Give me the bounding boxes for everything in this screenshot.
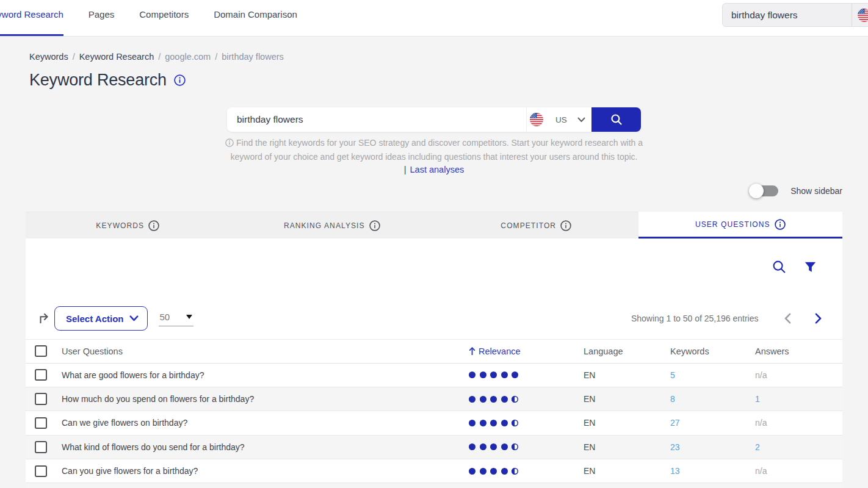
question-text: Can you give flowers for a birthday? <box>62 466 198 476</box>
keywords-count-link[interactable]: 23 <box>670 442 680 452</box>
page-size-select[interactable]: 50 <box>159 308 193 326</box>
page-title: Keyword Research <box>29 71 167 90</box>
relevance-dot-full <box>512 371 518 378</box>
nav-item-pages[interactable]: Pages <box>89 0 115 36</box>
search-button[interactable] <box>591 107 641 132</box>
keywords-count-link[interactable]: 27 <box>670 418 680 428</box>
relevance-dot-full <box>480 420 486 426</box>
table-search-icon[interactable] <box>772 260 786 274</box>
row-checkbox[interactable] <box>35 369 47 381</box>
keyword-input[interactable]: birthday flowers <box>227 107 526 132</box>
table-row: How much do you spend on flowers for a b… <box>26 387 842 411</box>
breadcrumb-item[interactable]: google.com <box>165 52 211 62</box>
breadcrumb-item[interactable]: birthday flowers <box>222 52 284 62</box>
keyword-search-panel: birthday flowers US <box>227 107 641 174</box>
answers-na: n/a <box>755 418 767 428</box>
tab-user-questions[interactable]: User Questions <box>638 212 843 239</box>
column-header-language[interactable]: Language <box>584 339 670 364</box>
title-info-icon[interactable] <box>174 74 186 86</box>
last-analyses-link[interactable]: Last analyses <box>410 165 465 174</box>
keywords-count-link[interactable]: 13 <box>670 466 680 476</box>
table-row: What kind of flowers do you send for a b… <box>26 436 842 459</box>
top-navigation: Keyword ResearchPagesCompetitorsDomain C… <box>0 0 868 37</box>
relevance-dot-full <box>490 396 497 403</box>
header-country-selector[interactable] <box>852 4 868 26</box>
column-header-user-questions[interactable]: User Questions <box>52 339 460 364</box>
answers-na: n/a <box>755 370 767 380</box>
relevance-dot-full <box>469 396 476 403</box>
table-row: What are good flowers for a birthday?EN5… <box>26 364 842 387</box>
showing-entries-text: Showing 1 to 50 of 25,196 entries <box>631 314 759 323</box>
relevance-dot-half <box>512 420 518 426</box>
relevance-dot-full <box>501 468 508 475</box>
relevance-dot-full <box>490 443 497 450</box>
relevance-dots <box>469 371 584 378</box>
column-header-relevance[interactable]: Relevance <box>469 346 584 356</box>
sidebar-toggle-label: Show sidebar <box>790 186 842 196</box>
user-questions-table: User Questions Relevance Language Keywor… <box>26 339 842 484</box>
relevance-dot-full <box>480 371 486 378</box>
sort-ascending-icon <box>469 347 476 356</box>
breadcrumb-separator: / <box>68 52 79 62</box>
answers-count-link[interactable]: 1 <box>755 394 760 404</box>
header-search-input[interactable]: birthday flowers <box>723 4 852 26</box>
relevance-dot-full <box>501 396 508 403</box>
relevance-dot-full <box>469 443 476 450</box>
row-checkbox[interactable] <box>35 417 47 429</box>
relevance-dot-full <box>469 371 476 378</box>
language-cell: EN <box>584 364 670 387</box>
country-dropdown[interactable]: US <box>526 107 591 132</box>
tab-strip: KeywordsRanking AnalysisCompetitorUser Q… <box>26 212 842 239</box>
keywords-count-link[interactable]: 5 <box>670 370 675 380</box>
row-checkbox[interactable] <box>35 393 47 405</box>
breadcrumb-item[interactable]: Keyword Research <box>79 52 154 62</box>
keywords-count-link[interactable]: 8 <box>670 394 675 404</box>
tab-ranking-analysis[interactable]: Ranking Analysis <box>230 212 435 239</box>
relevance-dots <box>469 420 584 426</box>
main-nav: Keyword ResearchPagesCompetitorsDomain C… <box>0 0 322 36</box>
caret-down-icon <box>186 315 192 319</box>
nav-item-keyword-research[interactable]: Keyword Research <box>0 0 63 36</box>
tab-competitor[interactable]: Competitor <box>434 212 638 239</box>
search-info-text: Find the right keywords for your SEO str… <box>220 136 648 164</box>
answers-na: n/a <box>755 466 767 476</box>
country-code-label: US <box>555 115 567 124</box>
tab-label: Competitor <box>501 221 556 230</box>
question-text: What are good flowers for a birthday? <box>62 370 204 380</box>
info-icon <box>560 220 571 231</box>
row-checkbox[interactable] <box>35 441 47 453</box>
filter-icon[interactable] <box>805 262 816 273</box>
next-page-button[interactable] <box>812 310 824 326</box>
breadcrumb: Keywords/Keyword Research/google.com/bir… <box>29 52 868 62</box>
nav-item-competitors[interactable]: Competitors <box>139 0 189 36</box>
answers-count-link[interactable]: 2 <box>755 442 760 452</box>
relevance-dot-full <box>480 396 486 403</box>
nav-item-domain-comparison[interactable]: Domain Comparison <box>214 0 297 36</box>
tab-label: Ranking Analysis <box>284 221 365 230</box>
last-analyses-divider: | <box>404 165 407 174</box>
breadcrumb-item[interactable]: Keywords <box>29 52 68 62</box>
sidebar-toggle-row: Show sidebar <box>750 185 842 196</box>
select-action-button[interactable]: Select Action <box>54 306 148 331</box>
breadcrumb-separator: / <box>154 52 165 62</box>
search-icon <box>610 113 623 126</box>
info-icon <box>148 220 159 231</box>
relevance-dots <box>469 443 584 450</box>
sidebar-toggle[interactable] <box>750 185 778 196</box>
tab-keywords[interactable]: Keywords <box>26 212 230 239</box>
header-keyword-search: birthday flowers <box>722 3 868 27</box>
breadcrumb-separator: / <box>211 52 222 62</box>
column-header-keywords[interactable]: Keywords <box>670 339 755 364</box>
language-cell: EN <box>584 387 670 411</box>
relevance-dots <box>469 396 584 403</box>
column-header-answers[interactable]: Answers <box>755 339 842 364</box>
relevance-dot-full <box>469 420 476 426</box>
toggle-knob <box>749 184 764 198</box>
select-all-checkbox[interactable] <box>35 345 47 357</box>
previous-page-button[interactable] <box>782 310 794 326</box>
row-checkbox[interactable] <box>35 465 47 478</box>
results-card: Select Action 50 Showing 1 to 50 of 25,1… <box>26 239 842 488</box>
export-icon[interactable] <box>38 313 50 325</box>
relevance-dot-full <box>501 443 508 450</box>
relevance-dot-full <box>501 420 508 426</box>
